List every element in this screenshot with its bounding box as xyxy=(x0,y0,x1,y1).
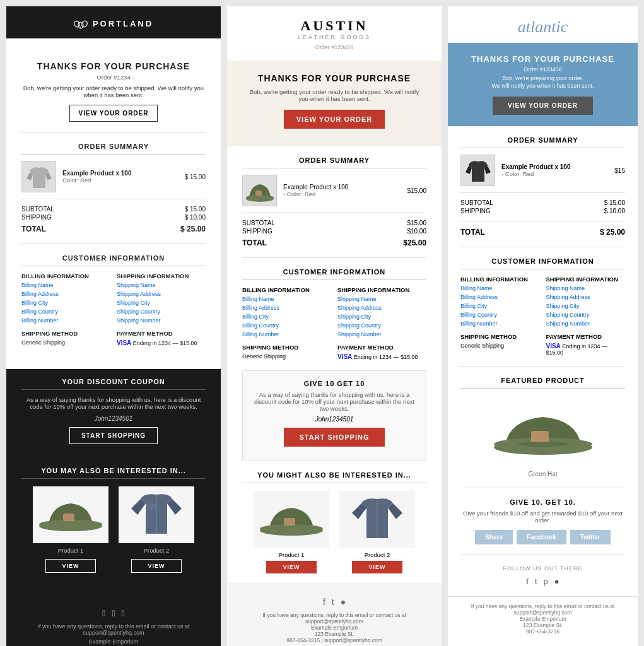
atlantic-order-summary-title: ORDER SUMMARY xyxy=(460,136,625,148)
atlantic-twitter-button[interactable]: Twitter xyxy=(570,530,611,544)
footer-company: Example Emporium xyxy=(13,638,214,645)
payment-method-label: PAYMENT METHOD xyxy=(117,330,206,337)
social-icons:    xyxy=(13,608,214,618)
atlantic-give-body: Give your friends $10 off and get reward… xyxy=(460,510,625,524)
billing-head: BILLING INFORMATION xyxy=(21,273,110,279)
atlantic-instagram-icon[interactable]: ● xyxy=(554,577,559,586)
svg-point-10 xyxy=(246,195,274,200)
atlantic-billing-head: BILLING INFORMATION xyxy=(460,276,540,283)
atlantic-shipping-city: Shipping City xyxy=(546,303,626,309)
austin-shipping-payment: SHIPPING METHOD PAYMENT METHOD Generic S… xyxy=(242,344,426,360)
austin-billing-head: BILLING INFORMATION xyxy=(242,286,331,293)
atlantic-twitter-icon[interactable]: t xyxy=(535,577,537,586)
atlantic-sweater-icon xyxy=(462,156,494,185)
total-value: $ 25.00 xyxy=(180,225,206,233)
atlantic-follow-section: FOLLOW US OUT THERE f t p ● xyxy=(460,565,625,586)
customer-info-title: CUSTOMER INFORMATION xyxy=(21,254,206,266)
hat-icon xyxy=(36,490,105,540)
product2-view-button[interactable]: VIEW xyxy=(131,559,182,573)
atlantic-footer-contact: If you have any questions, reply to this… xyxy=(454,603,631,616)
atlantic-facebook-button[interactable]: Facebook xyxy=(517,530,566,544)
austin-product2-label: Product 2 xyxy=(339,551,415,558)
svg-rect-14 xyxy=(284,518,295,526)
austin-order-summary-title: ORDER SUMMARY xyxy=(242,156,426,168)
total-row: TOTAL $ 25.00 xyxy=(21,225,206,233)
atlantic-shipping-payment: SHIPPING METHOD PAYMENT METHOD Generic S… xyxy=(460,333,625,356)
austin-shipping-label: SHIPPING xyxy=(242,228,272,235)
shipping-payment-grid: SHIPPING METHOD PAYMENT METHOD Generic S… xyxy=(21,330,206,346)
austin-thanks-body: Bob, we're getting your order ready to b… xyxy=(246,88,423,102)
view-order-button[interactable]: VIEW YOUR ORDER xyxy=(69,105,158,122)
twitter-icon[interactable]:  xyxy=(112,608,115,618)
atlantic-subtotal-label: SUBTOTAL xyxy=(460,199,493,206)
atlantic-hero: THANKS FOR YOUR PURCHASE Order #123456 B… xyxy=(448,43,638,126)
atlantic-total-label: TOTAL xyxy=(460,228,485,237)
atlantic-share-button[interactable]: Share xyxy=(475,530,513,544)
product1-view-button[interactable]: VIEW xyxy=(45,559,96,573)
order-number: Order #1234 xyxy=(21,74,206,81)
austin-billing-country: Billing Country xyxy=(242,322,331,329)
austin-facebook-icon[interactable]: f xyxy=(323,597,325,607)
austin-product2-image xyxy=(339,491,415,548)
austin-shipping-row: SHIPPING $10.00 xyxy=(242,228,426,235)
austin-billing-address: Billing Address xyxy=(242,305,331,311)
austin-product-card-2: Product 2 VIEW xyxy=(339,491,415,573)
atlantic-facebook-icon[interactable]: f xyxy=(526,577,529,586)
atlantic-payment-method-label: PAYMENT METHOD xyxy=(546,333,626,340)
atlantic-thanks-line1: Bob, we're preparing your order. xyxy=(459,75,626,81)
atlantic-featured-title: FEATURED PRODUCT xyxy=(460,377,625,389)
atlantic-give-section: GIVE 10. GET 10. Give your friends $10 o… xyxy=(460,498,625,544)
austin-product1-view-button[interactable]: VIEW xyxy=(266,561,317,573)
atlantic-product-row: Example Product x 100 - Color: Red $15 xyxy=(460,155,625,186)
shipping-address: Shipping Address xyxy=(117,291,206,297)
facebook-icon[interactable]:  xyxy=(102,608,105,618)
atlantic-customer-title: CUSTOMER INFORMATION xyxy=(460,257,625,269)
product-price: $ 15.00 xyxy=(185,173,206,180)
atlantic-header: atlantic xyxy=(448,6,638,43)
austin-interested-title: YOU MIGHT ALSO BE INTERESTED IN... xyxy=(242,471,426,483)
austin-order-summary: ORDER SUMMARY Example Product x 100 - Co… xyxy=(227,156,442,573)
atlantic-shipping-label: SHIPPING xyxy=(460,208,491,214)
thanks-body: Bob, we're getting your order ready to b… xyxy=(21,85,206,98)
atlantic-view-order-button[interactable]: VIEW YOUR ORDER xyxy=(493,97,593,115)
austin-header: AUSTIN LEATHER GOODS Order #123456 xyxy=(227,6,442,54)
austin-give-section: GIVE 10 GET 10 As a way of saying thanks… xyxy=(242,370,426,461)
austin-twitter-icon[interactable]: t xyxy=(332,597,334,607)
subtotal-value: $ 15.00 xyxy=(185,206,206,213)
austin-shipping-country: Shipping Country xyxy=(337,322,426,329)
atlantic-shipping-value: $ 10.00 xyxy=(604,208,625,214)
atlantic-billing-country: Billing Country xyxy=(460,312,540,318)
austin-product2-view-button[interactable]: VIEW xyxy=(352,561,402,573)
billing-city: Billing City xyxy=(21,300,110,306)
atlantic-give-title: GIVE 10. GET 10. xyxy=(460,498,625,506)
subtotal-row: SUBTOTAL $ 15.00 xyxy=(21,206,206,213)
austin-billing-city: Billing City xyxy=(242,314,331,320)
product-variant: Color: Red xyxy=(62,177,179,184)
atlantic-share-buttons: Share Facebook Twitter xyxy=(460,530,625,544)
austin-customer-grid: BILLING INFORMATION SHIPPING INFORMATION… xyxy=(242,286,426,338)
austin-hero: THANKS FOR YOUR PURCHASE Bob, we're gett… xyxy=(227,61,442,146)
instagram-icon[interactable]:  xyxy=(122,608,125,618)
product-card-2: Product 2 VIEW xyxy=(119,486,194,578)
austin-instagram-icon[interactable]: ● xyxy=(341,597,346,607)
product2-label: Product 2 xyxy=(119,547,194,554)
austin-shipping-city: Shipping City xyxy=(337,314,426,320)
interested-section: YOU MAY ALSO BE INTERESTED IN... Product… xyxy=(6,458,221,594)
atlantic-footer-address: 123 Example St. xyxy=(454,622,631,628)
atlantic-shipping-method-label: SHIPPING METHOD xyxy=(460,333,540,340)
start-shopping-button[interactable]: START SHOPPING xyxy=(69,427,158,444)
shipping-method-value: Generic Shipping xyxy=(21,339,110,346)
austin-start-shopping-button[interactable]: START SHOPPING xyxy=(284,428,385,447)
austin-shipping-value: $10.00 xyxy=(407,228,426,235)
austin-jacket-icon xyxy=(342,494,412,544)
austin-shipping-name: Shipping Name xyxy=(337,296,426,302)
jacket-icon xyxy=(122,490,191,540)
atlantic-product-variant: - Color: Red xyxy=(501,170,608,177)
atlantic-featured-name: Green Hat xyxy=(460,471,625,478)
footer-contact: If you have any questions, reply to this… xyxy=(13,623,214,636)
austin-view-order-button[interactable]: VIEW YOUR ORDER xyxy=(284,110,385,129)
atlantic-pinterest-icon[interactable]: p xyxy=(544,577,548,586)
atlantic-product-name: Example Product x 100 xyxy=(501,163,608,170)
austin-hat-icon xyxy=(257,494,326,544)
austin-subtotal-row: SUBTOTAL $15.00 xyxy=(242,220,426,226)
